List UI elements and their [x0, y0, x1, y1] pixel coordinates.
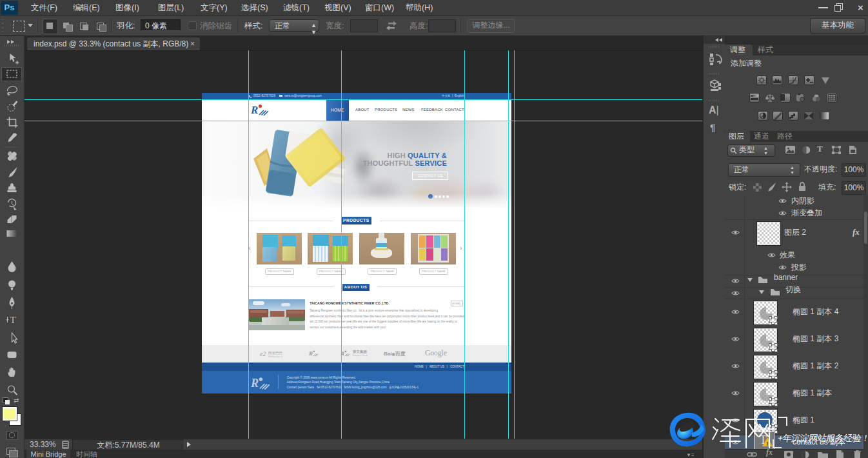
svg-text:T: T: [10, 315, 16, 325]
svg-text:R: R: [251, 377, 259, 390]
svg-text:R: R: [309, 350, 313, 356]
svg-text:R: R: [251, 104, 258, 116]
